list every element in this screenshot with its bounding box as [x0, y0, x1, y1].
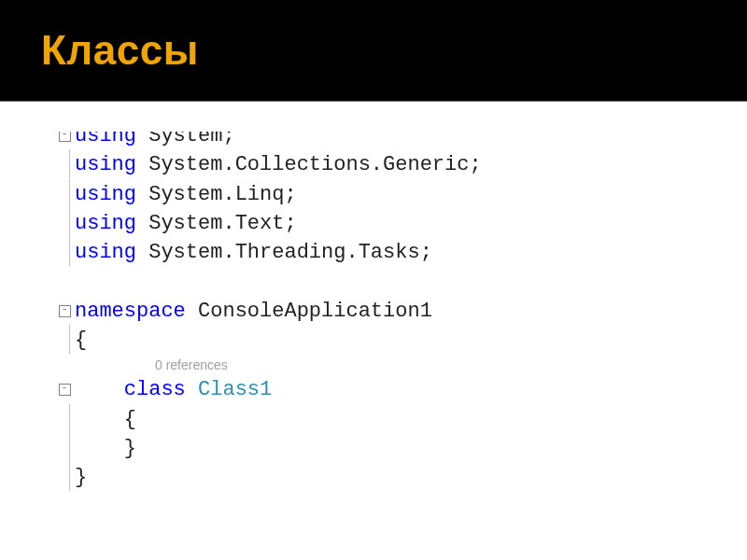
- code-token: }: [75, 466, 87, 489]
- code-line: {: [54, 405, 712, 434]
- code-text: using System.Text;: [75, 212, 297, 235]
- gutter: [54, 179, 75, 208]
- code-line: using System.Collections.Generic;: [54, 150, 712, 179]
- gutter: -: [54, 374, 75, 403]
- code-line: -namespace ConsoleApplication1: [54, 297, 712, 326]
- code-text: using System.Linq;: [75, 183, 297, 206]
- outline-guide: [69, 462, 70, 491]
- codelens-references[interactable]: 0 references: [54, 355, 712, 375]
- code-token: System.Collections.Generic;: [148, 154, 481, 177]
- code-token: System;: [148, 124, 234, 147]
- fold-minus-icon[interactable]: -: [59, 305, 71, 317]
- code-line: [54, 268, 712, 297]
- code-text: }: [75, 437, 136, 460]
- code-token: System.Threading.Tasks;: [148, 242, 432, 265]
- code-area: -using System;using System.Collections.G…: [0, 102, 747, 492]
- outline-guide: [69, 149, 70, 178]
- gutter: -: [54, 120, 75, 149]
- code-line: using System.Text;: [54, 209, 712, 238]
- code-token: System.Text;: [148, 212, 296, 235]
- code-token: {: [75, 408, 136, 431]
- code-text: using System;: [75, 124, 235, 147]
- outline-guide: [69, 325, 70, 354]
- keyword: using: [75, 124, 148, 147]
- gutter: [54, 237, 75, 266]
- gutter: [54, 462, 75, 491]
- gutter: -: [54, 296, 75, 325]
- gutter: [54, 325, 75, 354]
- gutter: [54, 404, 75, 433]
- keyword: using: [75, 212, 148, 235]
- slide-title: Классы: [41, 27, 199, 74]
- outline-guide: [69, 179, 70, 208]
- slide: Классы -using System;using System.Collec…: [0, 0, 747, 560]
- type-name: Class1: [198, 379, 272, 402]
- code-token: System.Linq;: [148, 183, 296, 206]
- code-line: using System.Linq;: [54, 180, 712, 209]
- code-line: - class Class1: [54, 375, 712, 404]
- keyword: using: [75, 154, 148, 177]
- fold-minus-icon[interactable]: -: [59, 130, 71, 142]
- keyword: class: [124, 379, 198, 402]
- keyword: namespace: [75, 300, 198, 323]
- code-text: namespace ConsoleApplication1: [75, 300, 432, 323]
- outline-guide: [69, 433, 70, 462]
- code-token: }: [75, 437, 136, 460]
- code-text: using System.Threading.Tasks;: [75, 242, 432, 265]
- gutter: [54, 433, 75, 462]
- title-bar: Классы: [0, 0, 747, 101]
- code-text: class Class1: [75, 379, 272, 402]
- code-line: -using System;: [54, 121, 712, 150]
- gutter: [54, 208, 75, 237]
- code-token: {: [75, 329, 87, 352]
- outline-guide: [69, 208, 70, 237]
- code-line: {: [54, 326, 712, 355]
- code-line: }: [54, 463, 712, 492]
- code-text: }: [75, 466, 87, 489]
- outline-guide: [69, 404, 70, 433]
- fold-minus-icon[interactable]: -: [59, 384, 71, 396]
- code-line: using System.Threading.Tasks;: [54, 238, 712, 267]
- keyword: using: [75, 242, 148, 265]
- code-token: ConsoleApplication1: [198, 300, 432, 323]
- gutter: [54, 149, 75, 178]
- outline-guide: [69, 237, 70, 266]
- code-line: }: [54, 434, 712, 463]
- code-text: {: [75, 329, 87, 352]
- keyword: using: [75, 183, 148, 206]
- code-text: using System.Collections.Generic;: [75, 154, 482, 177]
- code-text: {: [75, 408, 136, 431]
- code-token: [75, 379, 124, 402]
